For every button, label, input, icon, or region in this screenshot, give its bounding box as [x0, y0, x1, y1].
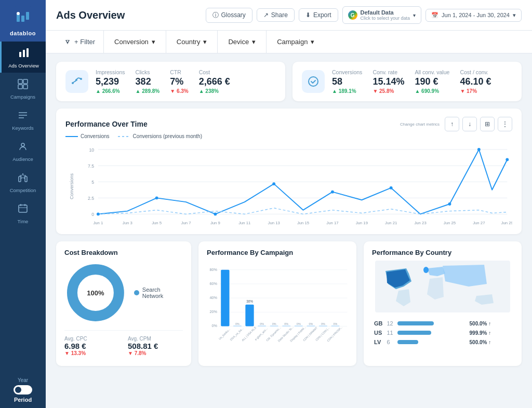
donut-legend-dot — [134, 290, 139, 295]
google-dropdown-icon: ▾ — [413, 12, 416, 18]
chart-up-button[interactable]: ↑ — [445, 117, 459, 131]
campaign-dropdown-icon: ▾ — [311, 38, 314, 46]
svg-text:Jun 21: Jun 21 — [385, 221, 397, 225]
date-dropdown-icon: ▾ — [513, 12, 516, 19]
country-card: Performance By Country — [364, 241, 522, 366]
svg-text:Jun 3: Jun 3 — [123, 221, 132, 225]
svg-text:80%: 80% — [209, 267, 217, 272]
period-label: Period — [14, 397, 32, 403]
filter-button[interactable]: ⛛ + Filter — [56, 31, 104, 53]
donut-container: 100% Search Network — [64, 262, 183, 324]
sidebar-item-audience[interactable]: Audience — [0, 135, 46, 166]
donut-legend: Search Network — [134, 287, 183, 299]
svg-text:0: 0 — [91, 212, 94, 217]
svg-rect-76 — [258, 326, 266, 327]
svg-point-23 — [80, 78, 82, 80]
svg-rect-1 — [21, 16, 24, 22]
svg-text:0%: 0% — [334, 322, 338, 325]
svg-text:0%: 0% — [272, 322, 276, 325]
svg-point-35 — [97, 213, 100, 216]
ads-overview-icon — [19, 48, 29, 61]
sidebar-label-time: Time — [18, 219, 29, 224]
svg-point-39 — [331, 191, 334, 194]
sidebar-label-ads-overview: Ads Overview — [8, 63, 39, 69]
campaign-svg: 80% 60% 40% 20% 0% — [207, 261, 348, 357]
sidebar-nav: Ads Overview Campaigns Ke — [0, 42, 46, 377]
campaign-filter[interactable]: Campaign ▾ — [267, 31, 325, 53]
sidebar-label-competition: Competition — [10, 187, 36, 193]
export-icon: ⬇ — [305, 11, 311, 19]
export-button[interactable]: ⬇ Export — [299, 8, 338, 22]
glossary-icon: ⓘ — [212, 11, 219, 20]
breakdown-stats: Avg. CPC 6.98 € ▼ 13.3% Avg. CPM 508.81 … — [64, 330, 183, 356]
svg-rect-8 — [23, 79, 28, 84]
svg-text:0%: 0% — [297, 322, 301, 325]
legend-conversions: Conversions — [65, 133, 110, 139]
metrics-grid-1: Impressions 5,239 ▲ 266.6% Clicks 382 ▲ … — [96, 69, 276, 94]
sidebar-item-campaigns[interactable]: Campaigns — [0, 73, 46, 104]
toggle-switch[interactable] — [14, 385, 32, 395]
svg-rect-17 — [19, 205, 27, 212]
svg-point-24 — [309, 77, 318, 86]
keywords-icon — [18, 110, 28, 123]
chart-view-button[interactable]: ⊞ — [480, 117, 495, 131]
svg-text:2.5: 2.5 — [88, 196, 94, 201]
svg-rect-80 — [307, 326, 315, 327]
sidebar-item-ads-overview[interactable]: Ads Overview — [0, 42, 46, 73]
svg-point-36 — [155, 196, 158, 199]
svg-point-102 — [423, 267, 429, 273]
campaign-title: Performance By Campaign — [207, 249, 348, 256]
calendar-icon: 📅 — [431, 12, 438, 19]
dashboard-body: Impressions 5,239 ▲ 266.6% Clicks 382 ▲ … — [46, 53, 532, 408]
svg-rect-10 — [23, 85, 28, 89]
svg-text:Jun 19: Jun 19 — [356, 221, 368, 225]
chart-legend: Conversions Conversions (previous month) — [65, 133, 512, 139]
country-filter[interactable]: Country ▾ — [166, 31, 218, 53]
breakdown-title: Cost Breakdown — [64, 249, 183, 256]
metrics-icon-1 — [65, 70, 88, 93]
sidebar-item-competition[interactable]: Competition — [0, 166, 46, 197]
device-filter[interactable]: Device ▾ — [218, 31, 267, 53]
chart-controls: Change chart metrics ↑ ↓ ⊞ ⋮ — [400, 117, 512, 131]
sidebar-label-audience: Audience — [12, 156, 33, 162]
svg-text:5: 5 — [91, 180, 94, 185]
conversions-metric: Conversions 58 ▲ 189.1% — [332, 69, 362, 94]
clicks-metric: Clicks 382 ▲ 289.8% — [136, 69, 160, 94]
svg-text:Jun 17: Jun 17 — [326, 221, 338, 225]
conversion-filter[interactable]: Conversion ▾ — [104, 31, 166, 53]
svg-point-21 — [72, 82, 74, 84]
google-ads-badge[interactable]: G Default Data Click to select your data… — [342, 6, 422, 24]
share-icon: ↗ — [263, 11, 269, 19]
change-chart-label: Change chart metrics — [400, 122, 440, 127]
svg-rect-72 — [221, 270, 229, 327]
svg-text:Jun 5: Jun 5 — [152, 221, 162, 225]
svg-point-42 — [477, 148, 481, 151]
country-title: Performance By Country — [372, 249, 513, 256]
sidebar-item-keywords[interactable]: Keywords — [0, 104, 46, 135]
svg-text:0%: 0% — [309, 322, 313, 325]
svg-point-41 — [448, 202, 451, 206]
glossary-button[interactable]: ⓘ Glossary — [206, 8, 252, 23]
sidebar-item-time[interactable]: Time — [0, 197, 46, 228]
svg-point-40 — [390, 186, 393, 189]
chart-down-button[interactable]: ↓ — [462, 117, 477, 131]
svg-rect-73 — [233, 326, 242, 327]
svg-text:7.5: 7.5 — [88, 164, 94, 169]
gb-bar — [397, 321, 434, 325]
svg-point-22 — [75, 79, 77, 81]
share-button[interactable]: ↗ Share — [257, 8, 295, 22]
svg-rect-2 — [26, 12, 29, 20]
svg-text:Jun 15: Jun 15 — [297, 221, 309, 225]
svg-text:Jun 13: Jun 13 — [268, 221, 280, 225]
svg-rect-79 — [295, 326, 303, 327]
lv-bar — [397, 340, 418, 344]
date-range-button[interactable]: 📅 Jun 1, 2024 - Jun 30, 2024 ▾ — [425, 9, 522, 22]
svg-text:20%: 20% — [209, 309, 217, 314]
metrics-row: Impressions 5,239 ▲ 266.6% Clicks 382 ▲ … — [56, 62, 522, 101]
svg-text:0%: 0% — [284, 322, 288, 325]
chart-more-button[interactable]: ⋮ — [498, 117, 512, 131]
svg-text:100%: 100% — [87, 289, 104, 297]
svg-rect-82 — [331, 326, 339, 327]
svg-text:10: 10 — [89, 147, 94, 153]
legend-line-solid — [65, 136, 78, 137]
